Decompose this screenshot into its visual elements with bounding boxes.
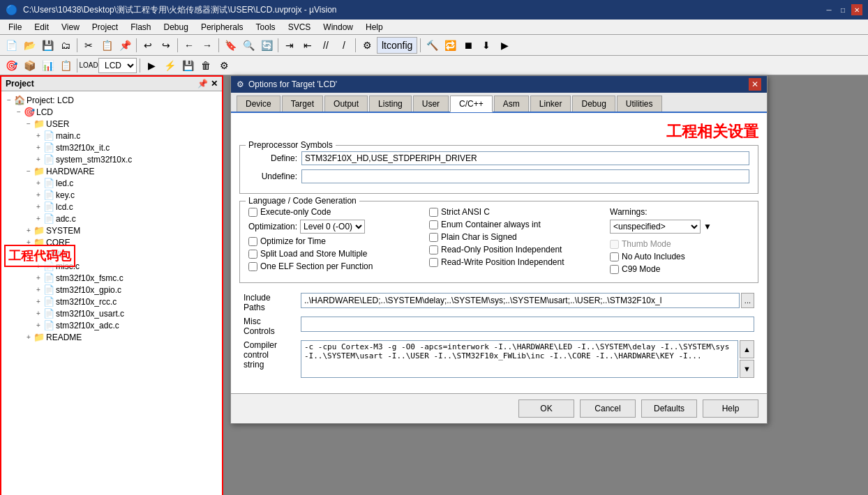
tree-item-main-c[interactable]: + 📄 main.c [1, 130, 222, 142]
define-input[interactable] [301, 151, 749, 165]
expand-icon[interactable]: − [24, 119, 33, 129]
one-elf-checkbox[interactable] [248, 262, 257, 271]
undefine-input[interactable] [301, 169, 749, 183]
open-btn[interactable]: 📂 [21, 37, 38, 54]
replace-btn[interactable]: 🔄 [258, 37, 275, 54]
compiler-scroll-down-btn[interactable]: ▼ [740, 360, 754, 378]
project-tree[interactable]: 工程代码包 − 🏠 Project: LCD − 🎯 LCD − 📁 USER … [1, 91, 222, 495]
defaults-button[interactable]: Defaults [641, 399, 697, 418]
load-btn[interactable]: LOAD [80, 57, 97, 74]
menu-window[interactable]: Window [317, 21, 359, 33]
menu-flash[interactable]: Flash [125, 21, 156, 33]
expand-icon[interactable]: + [33, 297, 43, 307]
tree-item-rcc-c[interactable]: + 📄 stm32f10x_rcc.c [1, 296, 222, 307]
uncomment-btn[interactable]: / [336, 37, 352, 54]
optimization-select[interactable]: Level 0 (-O0) Level 1 (-O1) Level 2 (-O2… [300, 220, 365, 234]
flash-btn[interactable]: ⚡ [161, 57, 178, 74]
expand-icon[interactable]: + [24, 333, 33, 342]
maximize-button[interactable]: □ [837, 4, 848, 15]
include-paths-browse-btn[interactable]: ... [741, 293, 754, 308]
tab-device[interactable]: Device [237, 96, 280, 112]
tab-user[interactable]: User [413, 96, 449, 112]
tab-cpp[interactable]: C/C++ [450, 96, 493, 112]
include-paths-input[interactable] [301, 293, 740, 308]
bookmark-btn[interactable]: 🔖 [222, 37, 239, 54]
rw-pos-checkbox[interactable] [429, 258, 438, 267]
comment-btn[interactable]: // [317, 37, 334, 54]
rebuild-btn[interactable]: 🔁 [442, 37, 458, 54]
expand-icon[interactable]: + [33, 321, 43, 330]
menu-edit[interactable]: Edit [29, 21, 54, 33]
copy-btn[interactable]: 📋 [98, 37, 115, 54]
tree-item-lcd[interactable]: − 🎯 LCD [1, 106, 222, 118]
tree-item-led-c[interactable]: + 📄 led.c [1, 177, 222, 189]
manage-btn3[interactable]: 📋 [57, 57, 74, 74]
plain-char-checkbox[interactable] [429, 233, 438, 242]
menu-help[interactable]: Help [360, 21, 389, 33]
strict-ansi-checkbox[interactable] [429, 208, 438, 217]
run-btn2[interactable]: ▶ [143, 57, 160, 74]
paste-btn[interactable]: 📌 [117, 37, 133, 54]
undo-btn[interactable]: ↩ [140, 37, 156, 54]
stop-btn[interactable]: ⏹ [460, 37, 477, 54]
menu-project[interactable]: Project [87, 21, 124, 33]
minimize-button[interactable]: ─ [823, 4, 835, 15]
tree-item-key-c[interactable]: + 📄 key.c [1, 189, 222, 201]
tree-item-adc2-c[interactable]: + 📄 stm32f10x_adc.c [1, 319, 222, 331]
no-auto-includes-checkbox[interactable] [610, 252, 619, 261]
build-btn[interactable]: 🔨 [424, 37, 440, 54]
target-dropdown[interactable]: LCD [98, 58, 137, 73]
manage-components-btn[interactable]: 📦 [21, 57, 38, 74]
erase-btn[interactable]: 🗑 [197, 57, 214, 74]
tree-item-system[interactable]: + 📄 system_stm32f10x.c [1, 153, 222, 165]
split-load-checkbox[interactable] [248, 250, 257, 259]
close-button[interactable]: ✕ [851, 4, 862, 15]
menu-peripherals[interactable]: Peripherals [195, 21, 249, 33]
expand-icon[interactable]: + [33, 202, 43, 212]
tree-item-hardware[interactable]: − 📁 HARDWARE [1, 165, 222, 177]
tab-listing[interactable]: Listing [369, 96, 412, 112]
ok-button[interactable]: OK [518, 399, 574, 418]
thumb-mode-checkbox[interactable] [610, 240, 619, 249]
tree-item-lcd-c[interactable]: + 📄 lcd.c [1, 201, 222, 213]
back-btn[interactable]: ← [181, 37, 197, 54]
expand-icon[interactable]: − [14, 107, 24, 117]
tree-item-project-lcd[interactable]: − 🏠 Project: LCD [1, 94, 222, 106]
help-button[interactable]: Help [703, 399, 758, 418]
redo-btn[interactable]: ↪ [158, 37, 174, 54]
expand-icon[interactable]: + [33, 285, 43, 295]
tab-asm[interactable]: Asm [494, 96, 529, 112]
ltconfig-label[interactable]: ltconfig [377, 37, 417, 54]
save-btn[interactable]: 💾 [39, 37, 56, 54]
compiler-control-textarea[interactable]: -c -cpu Cortex-M3 -g -O0 -apcs=interwork… [301, 340, 738, 378]
save-all-btn[interactable]: 🗂 [57, 37, 74, 54]
dialog-close-button[interactable]: ✕ [749, 78, 761, 91]
tab-debug[interactable]: Debug [572, 96, 615, 112]
tree-item-user[interactable]: − 📁 USER [1, 118, 222, 130]
c99-mode-checkbox[interactable] [610, 265, 619, 274]
tab-utilities[interactable]: Utilities [617, 96, 662, 112]
forward-btn[interactable]: → [199, 37, 216, 54]
tree-item-system-folder[interactable]: + 📁 SYSTEM [1, 224, 222, 236]
cancel-button[interactable]: Cancel [580, 399, 636, 418]
download-btn2[interactable]: 💾 [179, 57, 196, 74]
tree-item-usart-c[interactable]: + 📄 stm32f10x_usart.c [1, 307, 222, 319]
options-btn[interactable]: ⚙ [216, 57, 232, 74]
expand-icon[interactable]: + [33, 178, 43, 188]
warnings-select[interactable]: <unspecified> All Warnings No Warnings [610, 220, 701, 234]
cut-btn[interactable]: ✂ [80, 37, 97, 54]
expand-icon[interactable]: + [33, 273, 43, 283]
new-file-btn[interactable]: 📄 [3, 37, 20, 54]
warnings-dropdown-icon[interactable]: ▼ [703, 222, 712, 231]
expand-icon[interactable]: − [24, 167, 33, 176]
find-btn[interactable]: 🔍 [240, 37, 257, 54]
tab-linker[interactable]: Linker [530, 96, 571, 112]
project-pin-btn[interactable]: 📌 [197, 79, 208, 89]
enum-container-checkbox[interactable] [429, 220, 438, 229]
tree-item-stm32-it[interactable]: + 📄 stm32f10x_it.c [1, 142, 222, 153]
optimize-time-checkbox[interactable] [248, 237, 257, 246]
expand-icon[interactable]: + [33, 214, 43, 224]
menu-file[interactable]: File [3, 21, 27, 33]
expand-icon[interactable]: + [33, 143, 43, 153]
tree-item-gpio-c[interactable]: + 📄 stm32f10x_gpio.c [1, 284, 222, 296]
